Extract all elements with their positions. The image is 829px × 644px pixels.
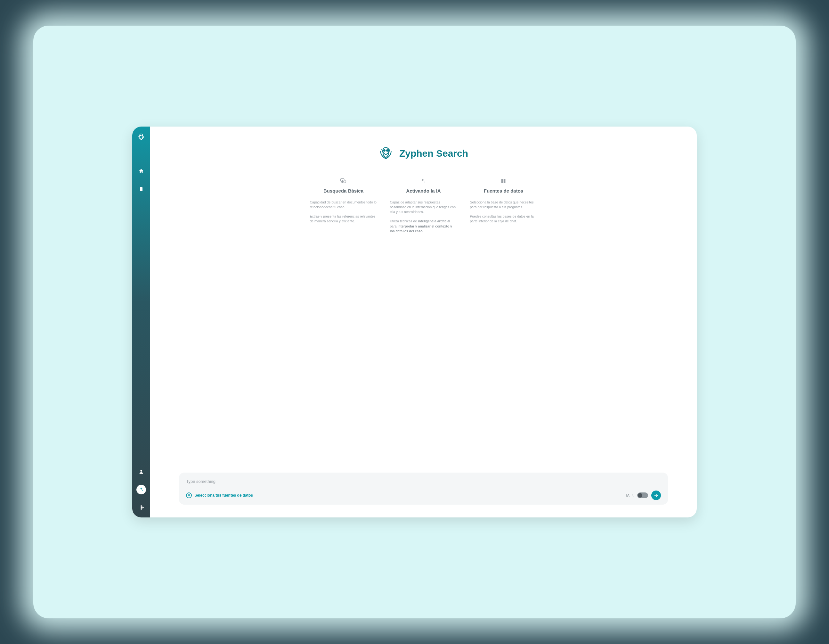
sidebar-nav-bottom	[136, 468, 146, 511]
sidebar-nav-top	[138, 167, 145, 193]
feature-text: Puedes consultas las bases de datos en l…	[470, 214, 537, 224]
chat-box: Selecciona tus fuentes de datos IA	[179, 473, 668, 505]
data-sources-label: Selecciona tus fuentes de datos	[194, 493, 253, 497]
feature-ai: Activando la IA Capaz de adaptar sus res…	[390, 177, 457, 238]
sparkle-icon	[420, 177, 427, 185]
ia-toggle[interactable]	[637, 492, 648, 498]
hero-owl-icon	[379, 146, 393, 161]
sidebar	[132, 126, 150, 518]
sidebar-item-home[interactable]	[138, 167, 145, 175]
svg-rect-7	[501, 179, 503, 183]
sidebar-item-logout[interactable]	[138, 504, 145, 511]
sidebar-item-document[interactable]	[138, 186, 145, 193]
svg-point-4	[386, 150, 388, 151]
feature-title: Activando la IA	[406, 188, 441, 194]
hero: Zyphen Search	[179, 146, 668, 161]
feature-row: Busqueda Básica Capacidad de buscar en d…	[179, 177, 668, 238]
ia-toggle-label: IA	[626, 493, 634, 497]
database-icon	[186, 492, 192, 498]
feature-text: Selecciona la base de datos que necesite…	[470, 200, 537, 210]
svg-point-2	[140, 470, 142, 472]
main-content: Zyphen Search Busqueda Básica Capacidad …	[150, 126, 697, 518]
svg-point-3	[384, 150, 385, 151]
svg-point-1	[142, 135, 142, 136]
sidebar-item-user[interactable]	[138, 468, 145, 475]
chat-toolbar: Selecciona tus fuentes de datos IA	[186, 491, 661, 500]
page-title: Zyphen Search	[399, 148, 468, 159]
feature-text: Utiliza técnicas de inteligencia artific…	[390, 219, 457, 234]
feature-title: Busqueda Básica	[323, 188, 363, 194]
app-window: Zyphen Search Busqueda Básica Capacidad …	[132, 126, 697, 518]
columns-icon	[500, 177, 507, 185]
select-data-sources-button[interactable]: Selecciona tus fuentes de datos	[186, 492, 253, 498]
sidebar-item-sparkle-active[interactable]	[136, 485, 146, 494]
feature-text: Capaz de adaptar sus respuestas basándos…	[390, 200, 457, 215]
chat-input[interactable]	[186, 479, 661, 484]
feature-basic-search: Busqueda Básica Capacidad de buscar en d…	[310, 177, 377, 238]
feature-text: Capacidad de buscar en documentos todo l…	[310, 200, 377, 210]
app-logo-icon	[137, 133, 145, 142]
svg-point-0	[140, 135, 141, 136]
feature-title: Fuentes de datos	[484, 188, 523, 194]
send-button[interactable]	[651, 491, 661, 500]
svg-rect-8	[504, 179, 506, 183]
feature-data-sources: Fuentes de datos Selecciona la base de d…	[470, 177, 537, 238]
background-halo: Zyphen Search Busqueda Básica Capacidad …	[33, 26, 796, 618]
chat-bubbles-icon	[340, 177, 347, 185]
feature-text: Extrae y presenta las referencias releva…	[310, 214, 377, 224]
